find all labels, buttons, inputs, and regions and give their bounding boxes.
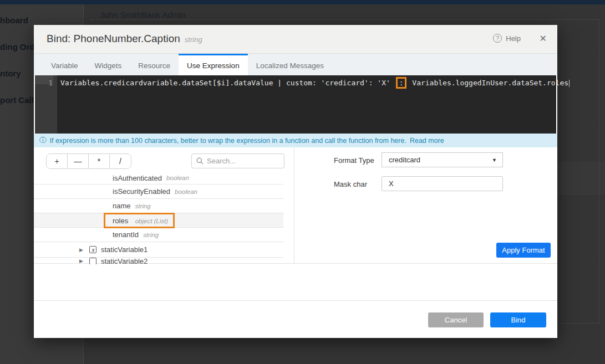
operator-toolbar: + — * / bbox=[46, 153, 131, 169]
expand-arrow-icon[interactable]: ▶ bbox=[79, 247, 85, 253]
dialog-footer: Cancel Bind bbox=[34, 300, 557, 338]
tree-item-staticvariable2[interactable]: ▶ staticVariable2 bbox=[34, 258, 283, 264]
sidebar-item-support-calls[interactable]: port Calls bbox=[0, 95, 38, 105]
canvas-dashed-border-right bbox=[599, 19, 599, 323]
tree-item-type: string bbox=[135, 203, 151, 209]
code-highlight-box: : bbox=[396, 77, 407, 89]
bind-dialog: Bind: PhoneNumber.Captionstring ? Help ✕… bbox=[34, 25, 557, 338]
tree-item-type: boolean bbox=[166, 175, 189, 181]
sidebar-item-inventory[interactable]: ntory bbox=[0, 69, 21, 78]
multiply-operator-button[interactable]: * bbox=[89, 154, 110, 168]
tree-item-name[interactable]: name string bbox=[34, 199, 283, 213]
editor-gutter: 1 bbox=[35, 75, 57, 134]
variable-type-icon: x bbox=[89, 246, 96, 253]
search-input[interactable] bbox=[207, 157, 273, 165]
variable-tree: isAuthenticated boolean isSecurityEnable… bbox=[34, 172, 283, 264]
expand-arrow-icon[interactable]: ▶ bbox=[79, 258, 85, 264]
tree-item-roles[interactable]: roles object (List) bbox=[34, 213, 283, 228]
tree-item-staticvariable1[interactable]: ▶ x staticVariable1 bbox=[34, 242, 283, 258]
chevron-down-icon: ▼ bbox=[492, 157, 497, 163]
tab-localized-messages[interactable]: Localized Messages bbox=[248, 54, 332, 75]
divide-operator-button[interactable]: / bbox=[110, 154, 131, 168]
code-after: Variables.loggedInUser.dataSet.roles bbox=[412, 79, 568, 87]
expression-code-line[interactable]: Variables.credicardvariable.dataSet[$i].… bbox=[60, 79, 553, 87]
mask-char-input[interactable] bbox=[382, 176, 503, 191]
variable-picker-pane: + — * / isAuthenticated boolean isSecuri bbox=[34, 147, 294, 264]
dialog-title-text: Bind: PhoneNumber.Caption bbox=[47, 33, 180, 44]
tree-item-type: object (List) bbox=[135, 218, 168, 224]
expression-info-bar: ⓘ If expression is more than 100 charact… bbox=[34, 134, 557, 147]
tree-item-tenantid[interactable]: tenantId string bbox=[34, 228, 283, 242]
canvas-dashed-border-top bbox=[90, 19, 599, 20]
info-icon: ⓘ bbox=[39, 136, 47, 145]
help-button[interactable]: ? Help bbox=[493, 34, 521, 43]
search-icon bbox=[196, 157, 204, 165]
tree-item-name: isAuthenticated bbox=[113, 174, 162, 182]
format-pane: Format Type creditcard ▼ Mask char Apply… bbox=[294, 147, 557, 264]
bind-button[interactable]: Bind bbox=[490, 312, 546, 327]
tree-item-name: staticVariable2 bbox=[101, 258, 148, 264]
tree-item-name: staticVariable1 bbox=[101, 245, 148, 254]
format-type-value: creditcard bbox=[389, 156, 420, 164]
tree-item-name: roles bbox=[113, 217, 128, 225]
tab-resource[interactable]: Resource bbox=[130, 54, 179, 75]
mask-char-label: Mask char bbox=[334, 180, 367, 188]
tree-item-name: name bbox=[113, 202, 131, 210]
dialog-type-hint: string bbox=[185, 35, 202, 44]
tab-variable[interactable]: Variable bbox=[43, 54, 87, 75]
close-icon[interactable]: ✕ bbox=[540, 34, 547, 43]
dialog-header: Bind: PhoneNumber.Captionstring ? Help ✕ bbox=[34, 25, 557, 54]
dialog-tabs: Variable Widgets Resource Use Expression… bbox=[34, 54, 557, 75]
dialog-body: + — * / isAuthenticated boolean isSecuri bbox=[34, 147, 557, 264]
help-label: Help bbox=[506, 34, 521, 43]
tree-item-name: isSecurityEnabled bbox=[113, 187, 170, 196]
tree-item-issecurityenabled[interactable]: isSecurityEnabled boolean bbox=[34, 184, 283, 199]
text-caret bbox=[569, 80, 570, 87]
variable-type-icon bbox=[89, 258, 96, 264]
tree-item-isauthenticated[interactable]: isAuthenticated boolean bbox=[34, 172, 283, 184]
minus-operator-button[interactable]: — bbox=[68, 154, 89, 168]
apply-format-button[interactable]: Apply Format bbox=[496, 243, 551, 258]
read-more-link[interactable]: Read more bbox=[410, 137, 444, 145]
help-icon: ? bbox=[493, 34, 502, 43]
editor-line-number: 1 bbox=[35, 79, 53, 87]
sidebar-item-dashboard[interactable]: hboard bbox=[0, 16, 28, 25]
user-label: John SmithBank Admin bbox=[100, 10, 186, 19]
tab-use-expression[interactable]: Use Expression bbox=[179, 54, 248, 75]
tree-item-type: boolean bbox=[175, 188, 197, 195]
tree-item-type: string bbox=[143, 232, 159, 238]
variable-search[interactable] bbox=[191, 153, 284, 168]
plus-operator-button[interactable]: + bbox=[47, 154, 68, 168]
expression-editor[interactable]: 1 Variables.credicardvariable.dataSet[$i… bbox=[35, 75, 556, 134]
roles-highlight-box: roles object (List) bbox=[104, 213, 175, 228]
app-topbar bbox=[0, 0, 605, 4]
dialog-title: Bind: PhoneNumber.Captionstring bbox=[47, 33, 202, 45]
tree-item-name: tenantId bbox=[113, 230, 139, 239]
code-before: Variables.credicardvariable.dataSet[$i].… bbox=[60, 79, 390, 87]
cancel-button[interactable]: Cancel bbox=[428, 312, 484, 327]
tab-widgets[interactable]: Widgets bbox=[87, 54, 130, 75]
format-type-label: Format Type bbox=[334, 156, 374, 165]
info-text: If expression is more than 100 character… bbox=[50, 137, 406, 145]
format-type-select[interactable]: creditcard ▼ bbox=[382, 152, 503, 167]
